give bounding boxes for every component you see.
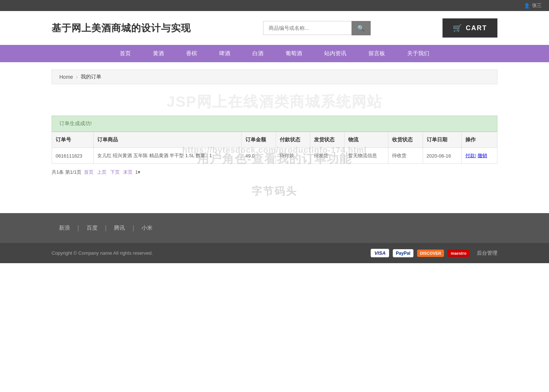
cancel-link[interactable]: 撤销	[478, 153, 487, 158]
cart-label: CART	[466, 24, 487, 32]
col-order-no: 订单号	[52, 132, 94, 148]
cart-button[interactable]: 🛒 CART	[443, 18, 497, 38]
page-title-area: JSP网上在线酒类商城系统网站	[0, 92, 549, 112]
pagination-next[interactable]: 下页	[110, 169, 120, 175]
nav-item-huangjiu[interactable]: 黄酒	[142, 45, 175, 62]
search-input[interactable]	[263, 21, 352, 35]
nav-item-champagne[interactable]: 香槟	[175, 45, 208, 62]
maestro-badge: maestro	[448, 250, 469, 257]
col-order-date: 订单日期	[423, 132, 462, 148]
pagination: 共1条 第1/1页 首页 上页 下页 末页 1▾	[52, 164, 497, 181]
header: 基于网上美酒商城的设计与实现 🔍 🛒 CART	[0, 11, 549, 45]
footer-link-baidu[interactable]: 百度	[79, 225, 105, 232]
copyright: Copyright © Company name All rights rese…	[52, 250, 153, 256]
paypal-badge: PayPal	[393, 249, 413, 257]
cell-receive-status: 待收货	[388, 148, 423, 164]
cell-amount: 49.0	[241, 148, 276, 164]
site-logo: 基于网上美酒商城的设计与实现	[52, 22, 191, 35]
breadcrumb-home[interactable]: Home	[59, 74, 73, 80]
admin-link[interactable]: 后台管理	[477, 250, 497, 257]
pay-link[interactable]: 付款	[465, 153, 475, 158]
cart-icon: 🛒	[453, 24, 463, 32]
search-button[interactable]: 🔍	[352, 21, 371, 35]
discover-badge: DISCOVER	[417, 250, 444, 257]
col-product: 订单商品	[93, 132, 241, 148]
cell-actions[interactable]: 付款| 撤销	[462, 148, 497, 164]
nav-item-wine[interactable]: 葡萄酒	[274, 45, 313, 62]
table-row: 0616111823 女儿红 绍兴黄酒 五年陈 精品黄酒 半干型 1.5L 数量…	[52, 148, 497, 164]
cell-order-date: 2020-06-16	[423, 148, 462, 164]
nav-item-news[interactable]: 站内资讯	[313, 45, 357, 62]
pagination-page: 1▾	[135, 169, 140, 175]
cell-product: 女儿红 绍兴黄酒 五年陈 精品黄酒 半干型 1.5L 数量:: 1	[93, 148, 241, 164]
pagination-first[interactable]: 首页	[84, 169, 94, 175]
breadcrumb-sep: ›	[76, 74, 78, 80]
nav-item-about[interactable]: 关于我们	[396, 45, 440, 62]
footer-link-tencent[interactable]: 腾讯	[106, 225, 132, 232]
breadcrumb-current: 我的订单	[81, 74, 101, 80]
success-message: 订单生成成功!	[52, 116, 497, 132]
cell-ship-status: 待发货	[310, 148, 344, 164]
pagination-last[interactable]: 末页	[123, 169, 133, 175]
nav-item-beer[interactable]: 啤酒	[208, 45, 241, 62]
visa-badge: VISA	[371, 249, 389, 257]
footer-link-sina[interactable]: 新浪	[52, 225, 77, 232]
pagination-prev[interactable]: 上页	[97, 169, 106, 175]
user-icon: 👤	[524, 3, 530, 8]
col-actions: 操作	[462, 132, 497, 148]
search-area: 🔍	[263, 21, 371, 35]
page-bg-title: JSP网上在线酒类商城系统网站	[0, 92, 549, 112]
footer-links: 新浪 | 百度 | 腾讯 | 小米	[0, 213, 549, 243]
main-nav: 首页 黄酒 香槟 啤酒 白酒 葡萄酒 站内资讯 留言板 关于我们	[0, 45, 549, 62]
main-content: https://bytesdock.com/productinfo-174.ht…	[52, 116, 497, 202]
username: 张三	[532, 2, 542, 9]
footer-bottom: Copyright © Company name All rights rese…	[0, 243, 549, 263]
col-logistics: 物流	[344, 132, 388, 148]
cell-pay-status: 待付款	[276, 148, 310, 164]
breadcrumb: Home › 我的订单	[52, 70, 497, 84]
nav-item-board[interactable]: 留言板	[357, 45, 396, 62]
nav-item-baijiu[interactable]: 白酒	[241, 45, 274, 62]
top-bar: 👤 张三	[0, 0, 549, 11]
col-pay-status: 付款状态	[276, 132, 310, 148]
watermark2: 字节码头	[52, 181, 497, 202]
order-table: 订单号 订单商品 订单金额 付款状态 发货状态 物流 收货状态 订单日期 操作 …	[52, 132, 497, 164]
nav-item-home[interactable]: 首页	[109, 45, 142, 62]
pagination-summary: 共1条 第1/1页	[52, 169, 81, 175]
col-receive-status: 收货状态	[388, 132, 423, 148]
cell-logistics: 暂无物流信息	[344, 148, 388, 164]
cell-order-no: 0616111823	[52, 148, 94, 164]
col-amount: 订单金额	[241, 132, 276, 148]
col-ship-status: 发货状态	[310, 132, 344, 148]
footer-right: VISA PayPal DISCOVER maestro 后台管理	[371, 249, 497, 257]
footer-link-xiaomi[interactable]: 小米	[134, 225, 160, 232]
